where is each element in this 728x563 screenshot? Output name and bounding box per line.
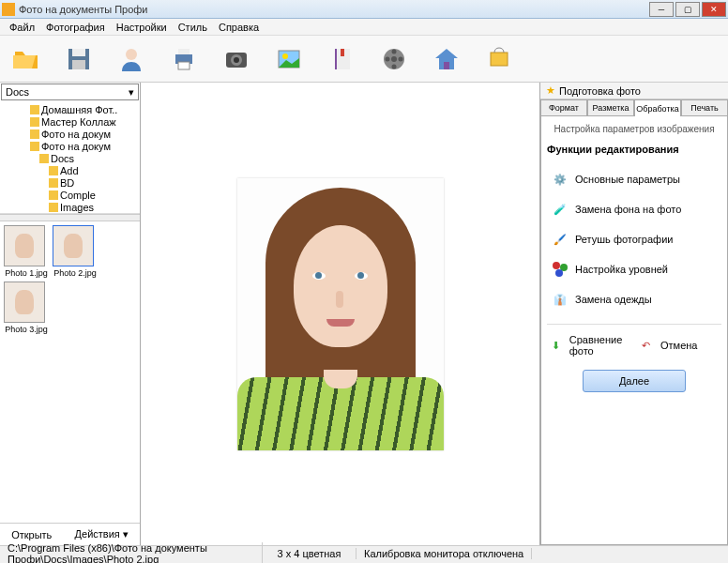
tab-format[interactable]: Формат <box>540 99 587 116</box>
thumbnails-panel: Photo 1.jpgPhoto 2.jpgPhoto 3.jpg <box>0 221 140 523</box>
fn-undo[interactable]: ↶Отмена <box>634 332 721 358</box>
svg-point-16 <box>391 56 397 62</box>
gear-icon: ⚙️ <box>551 170 569 189</box>
svg-point-9 <box>234 57 239 63</box>
panel-subtitle: Настройка параметров изображения <box>547 124 721 134</box>
open-folder-button[interactable] <box>9 42 43 76</box>
book-button[interactable] <box>325 42 358 76</box>
menu-file[interactable]: Файл <box>4 20 40 35</box>
photo-preview[interactable] <box>237 178 444 450</box>
menu-photo[interactable]: Фотография <box>40 20 111 35</box>
window-title: Фото на документы Профи <box>19 4 649 15</box>
compare-icon: ⬇ <box>549 336 564 355</box>
actions-dropdown[interactable]: Действия ▾ <box>75 528 129 540</box>
svg-rect-6 <box>178 62 190 69</box>
open-button[interactable]: Открыть <box>11 529 52 540</box>
panel-header: Подготовка фото <box>559 85 641 97</box>
svg-point-17 <box>392 49 397 53</box>
fn-basic[interactable]: ⚙️Основные параметры <box>547 164 721 194</box>
svg-point-18 <box>399 56 403 61</box>
title-bar: Фото на документы Профи ─ ▢ ✕ <box>0 0 728 19</box>
undo-icon: ↶ <box>636 336 655 355</box>
brush-icon: 🖌️ <box>551 230 569 249</box>
user-button[interactable] <box>114 42 148 76</box>
save-button[interactable] <box>62 42 96 76</box>
svg-rect-14 <box>341 49 344 56</box>
svg-rect-5 <box>178 49 190 54</box>
fn-levels[interactable]: Настройка уровней <box>547 254 721 284</box>
minimize-button[interactable]: ─ <box>649 2 674 17</box>
svg-point-11 <box>282 53 288 59</box>
thumbnail[interactable]: Photo 2.jpg <box>53 225 98 278</box>
picture-button[interactable] <box>272 42 306 76</box>
fn-background[interactable]: 🧪Замена фона на фото <box>547 194 721 224</box>
app-icon <box>2 3 15 16</box>
camera-button[interactable] <box>220 42 253 76</box>
menu-style[interactable]: Стиль <box>173 20 213 35</box>
next-button[interactable]: Далее <box>583 370 686 392</box>
tree-item[interactable]: Docs <box>2 152 138 164</box>
status-info: 3 x 4 цветная <box>263 548 356 559</box>
tab-processing[interactable]: Обработка <box>634 99 681 116</box>
tab-print[interactable]: Печать <box>681 99 728 116</box>
maximize-button[interactable]: ▢ <box>675 2 700 17</box>
panel-section-title: Функции редактирования <box>547 144 721 155</box>
svg-point-19 <box>392 64 397 68</box>
folder-combo[interactable]: Docs▾ <box>1 84 139 100</box>
svg-point-20 <box>386 56 390 61</box>
menu-help[interactable]: Справка <box>213 20 265 35</box>
left-panel: Docs▾ Домашняя Фот..Мастер КоллажФото на… <box>0 83 141 545</box>
fn-retouch[interactable]: 🖌️Ретушь фотографии <box>547 224 721 254</box>
movie-button[interactable] <box>377 42 411 76</box>
close-button[interactable]: ✕ <box>702 2 726 17</box>
printer-button[interactable] <box>167 42 201 76</box>
svg-rect-1 <box>72 49 85 56</box>
svg-point-3 <box>126 49 137 60</box>
clothes-icon: 👔 <box>551 290 569 309</box>
thumbnail[interactable]: Photo 1.jpg <box>4 225 49 278</box>
menu-bar: Файл Фотография Настройки Стиль Справка <box>0 19 728 36</box>
tree-item[interactable]: Images <box>2 201 138 213</box>
svg-point-25 <box>555 269 563 277</box>
right-panel: ★ Подготовка фото Формат Разметка Обрабо… <box>540 83 728 545</box>
levels-icon <box>551 260 569 279</box>
status-bar: C:\Program Files (x86)\Фото на документы… <box>0 545 728 561</box>
folder-tree[interactable]: Домашняя Фот..Мастер КоллажФото на докум… <box>0 101 140 214</box>
status-calibration: Калибровка монитора отключена <box>356 548 532 559</box>
svg-point-23 <box>553 262 560 269</box>
scrollbar[interactable] <box>0 214 140 221</box>
potion-icon: 🧪 <box>551 200 569 219</box>
tree-item[interactable]: Фото на докум <box>2 128 138 140</box>
tree-item[interactable]: BD <box>2 176 138 189</box>
canvas <box>141 83 540 545</box>
tree-item[interactable]: Мастер Коллаж <box>2 115 138 128</box>
tree-item[interactable]: Домашняя Фот.. <box>2 103 138 115</box>
menu-settings[interactable]: Настройки <box>111 20 173 35</box>
svg-rect-2 <box>72 60 85 69</box>
tab-markup[interactable]: Разметка <box>587 99 634 116</box>
status-path: C:\Program Files (x86)\Фото на документы… <box>0 542 263 563</box>
home-button[interactable] <box>430 42 463 76</box>
tree-item[interactable]: Comple <box>2 189 138 201</box>
tree-item[interactable]: Add <box>2 164 138 176</box>
svg-rect-21 <box>444 62 449 69</box>
thumbnail[interactable]: Photo 3.jpg <box>4 282 49 334</box>
fn-clothes[interactable]: 👔Замена одежды <box>547 284 721 314</box>
toolbar <box>0 36 728 83</box>
svg-rect-22 <box>491 53 508 66</box>
cart-button[interactable] <box>482 42 516 76</box>
star-icon: ★ <box>546 84 555 97</box>
tree-item[interactable]: Фото на докум <box>2 140 138 152</box>
fn-compare[interactable]: ⬇Сравнение фото <box>547 332 634 358</box>
chevron-down-icon: ▾ <box>129 86 134 99</box>
